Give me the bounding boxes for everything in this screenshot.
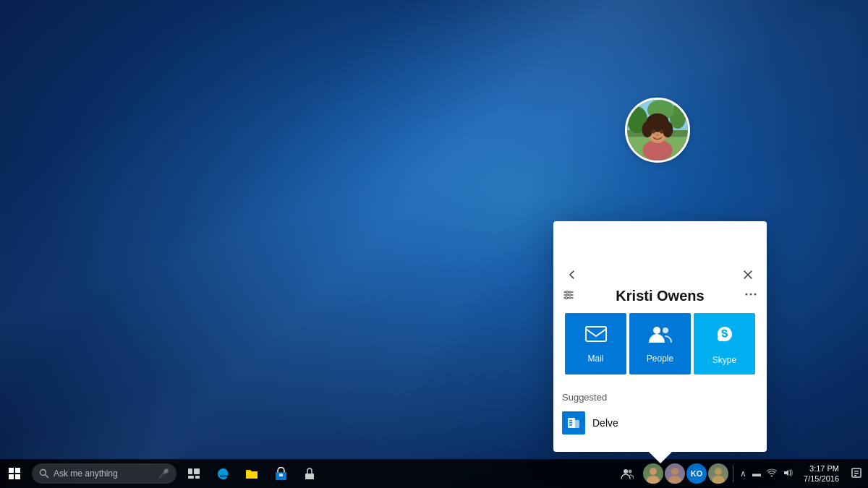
search-text: Ask me anything: [54, 468, 118, 479]
taskbar-avatar-ko[interactable]: KO: [686, 463, 707, 484]
taskbar: Ask me anything 🎤: [0, 459, 868, 488]
wifi-icon[interactable]: [765, 467, 779, 481]
file-explorer-button[interactable]: [237, 459, 266, 488]
card-header: [553, 257, 767, 285]
svg-rect-31: [15, 468, 20, 473]
taskbar-separator: [733, 465, 733, 482]
suggested-title: Suggested: [562, 392, 758, 403]
svg-rect-40: [279, 474, 283, 476]
contact-name: Kristi Owens: [616, 288, 704, 304]
mail-icon: [584, 324, 608, 349]
svg-point-28: [660, 129, 663, 134]
skype-icon: [713, 322, 736, 351]
store-button[interactable]: [266, 459, 295, 488]
people-label: People: [647, 354, 673, 364]
battery-bar-icon[interactable]: ▬: [750, 467, 763, 480]
svg-point-51: [715, 468, 722, 475]
people-tile[interactable]: People: [629, 313, 691, 374]
back-button[interactable]: [562, 265, 582, 285]
svg-rect-12: [569, 422, 572, 424]
svg-point-7: [653, 327, 660, 334]
svg-rect-21: [647, 142, 668, 155]
mail-tile[interactable]: Mail: [565, 313, 626, 374]
desktop: Kristi Owens Mail: [0, 0, 868, 488]
svg-point-43: [629, 470, 632, 474]
card-name-row: Kristi Owens: [553, 285, 767, 313]
svg-rect-36: [194, 468, 200, 474]
volume-icon[interactable]: [780, 467, 795, 481]
svg-point-34: [41, 470, 46, 476]
delve-label: Delve: [592, 417, 618, 429]
more-button[interactable]: [744, 288, 758, 304]
svg-point-26: [663, 121, 673, 137]
svg-point-5: [754, 294, 757, 296]
time-display: 3:17 PM: [809, 463, 839, 474]
close-button[interactable]: [738, 265, 758, 285]
start-button[interactable]: [0, 459, 29, 488]
system-tray: ∧ ▬: [735, 467, 798, 481]
adjust-icon[interactable]: [562, 288, 575, 304]
people-icon: [647, 324, 673, 349]
date-display: 7/15/2016: [804, 474, 839, 484]
taskbar-time[interactable]: 3:17 PM 7/15/2016: [798, 463, 845, 484]
svg-rect-10: [572, 420, 579, 428]
svg-point-45: [650, 468, 657, 475]
taskbar-search[interactable]: Ask me anything 🎤: [32, 463, 176, 484]
svg-rect-35: [188, 468, 192, 474]
delve-icon: [562, 411, 585, 435]
edge-button[interactable]: [208, 459, 237, 488]
svg-point-29: [656, 134, 659, 136]
delve-suggested-item[interactable]: Delve: [562, 408, 758, 437]
svg-rect-6: [586, 327, 606, 341]
svg-rect-37: [188, 476, 194, 479]
task-view-button[interactable]: [179, 459, 208, 488]
mail-label: Mail: [587, 354, 603, 364]
svg-rect-33: [15, 474, 20, 479]
taskbar-system-icons: KO: [610, 459, 731, 488]
svg-point-0: [566, 291, 569, 293]
svg-rect-56: [854, 475, 856, 476]
svg-point-25: [642, 121, 653, 137]
svg-point-2: [566, 296, 568, 299]
taskbar-avatar-1[interactable]: [643, 463, 663, 484]
mic-icon[interactable]: 🎤: [158, 468, 169, 479]
contact-card: Kristi Owens Mail: [553, 221, 767, 452]
svg-rect-41: [305, 474, 314, 479]
taskbar-people-button[interactable]: [613, 459, 642, 488]
svg-rect-30: [9, 468, 14, 473]
svg-point-48: [671, 468, 678, 475]
svg-rect-32: [9, 474, 14, 479]
chevron-icon[interactable]: ∧: [738, 467, 749, 480]
ko-initials: KO: [691, 469, 703, 478]
svg-rect-13: [569, 424, 572, 426]
notification-center-button[interactable]: [845, 459, 868, 488]
svg-point-1: [569, 294, 571, 296]
action-tiles: Mail People: [553, 313, 767, 383]
svg-point-27: [652, 129, 655, 134]
svg-point-42: [624, 469, 628, 474]
svg-point-3: [746, 294, 748, 296]
svg-rect-38: [195, 476, 200, 479]
svg-rect-54: [854, 471, 859, 472]
connect-button[interactable]: [295, 459, 324, 488]
avatar-container: [625, 98, 690, 163]
suggested-section: Suggested Delve: [553, 383, 767, 440]
svg-rect-55: [854, 473, 859, 474]
taskbar-avatar-2[interactable]: [665, 463, 685, 484]
skype-tile[interactable]: Skype: [694, 313, 755, 374]
skype-label: Skype: [712, 355, 736, 365]
svg-point-8: [663, 328, 668, 333]
svg-point-4: [750, 294, 752, 296]
avatar: [625, 98, 690, 163]
svg-rect-11: [569, 420, 572, 421]
taskbar-avatar-3[interactable]: [708, 463, 728, 484]
